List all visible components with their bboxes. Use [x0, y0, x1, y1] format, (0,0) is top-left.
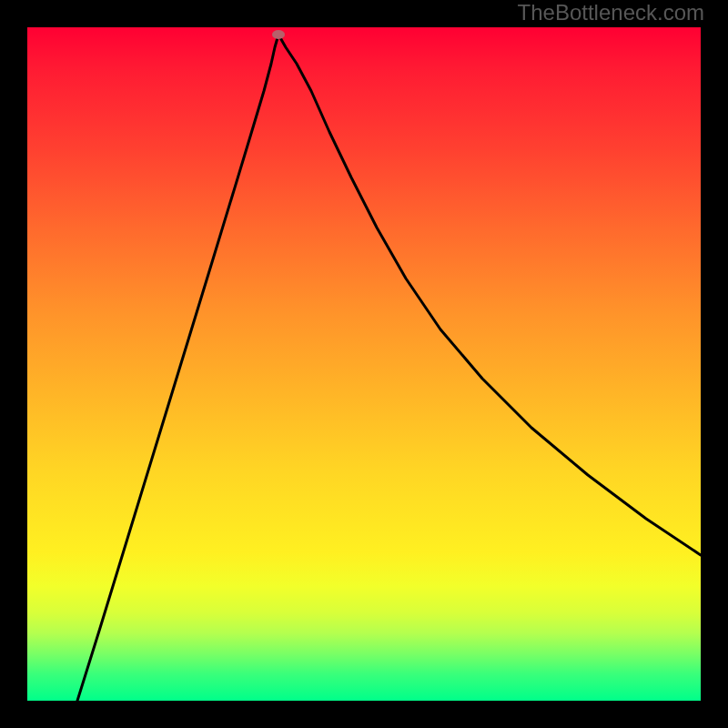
bottleneck-curve — [27, 27, 701, 701]
chart-container: TheBottleneck.com — [0, 0, 728, 728]
watermark-label: TheBottleneck.com — [518, 0, 704, 25]
optimal-point-marker — [272, 30, 285, 39]
plot-area — [27, 27, 701, 701]
